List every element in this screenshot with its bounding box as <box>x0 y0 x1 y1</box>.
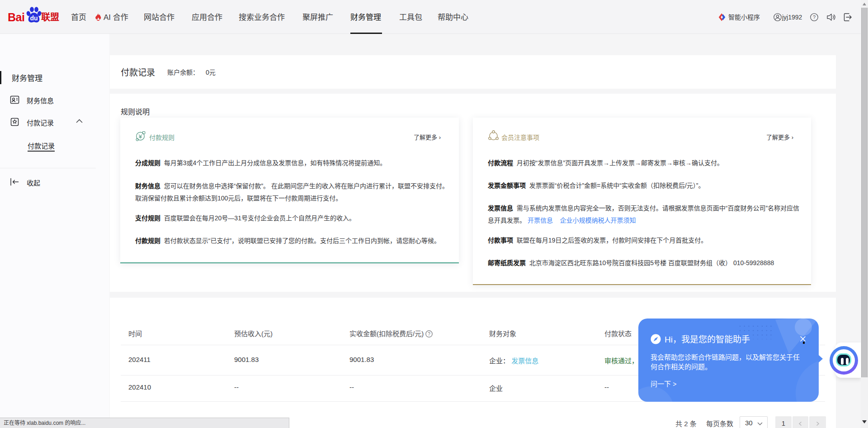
svg-text:?: ? <box>428 332 431 337</box>
svg-text:?: ? <box>813 14 816 20</box>
svg-text:du: du <box>30 14 38 22</box>
